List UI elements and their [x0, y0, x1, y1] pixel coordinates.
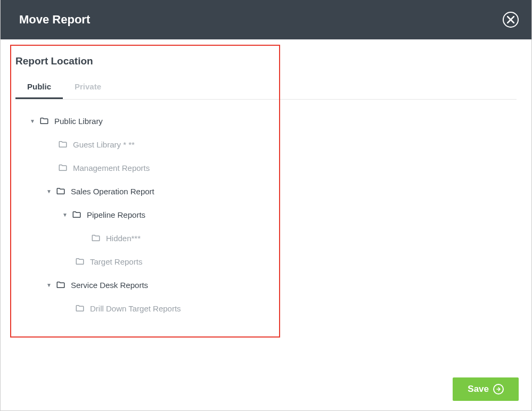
modal-footer: Save	[453, 377, 519, 401]
tree-node-label: Drill Down Target Reports	[90, 304, 181, 313]
folder-icon	[39, 116, 49, 126]
save-button-label: Save	[468, 384, 489, 394]
tree-node-service-desk-reports[interactable]: ▼ Service Desk Reports	[15, 273, 517, 297]
modal-body: Report Location Public Private ▼ Public …	[1, 39, 531, 410]
tree-node-target-reports[interactable]: Target Reports	[15, 250, 517, 273]
tab-private[interactable]: Private	[63, 77, 113, 99]
tree-node-label: Sales Operation Report	[71, 187, 154, 196]
close-icon	[507, 16, 514, 23]
folder-icon	[72, 210, 81, 219]
tree-node-hidden[interactable]: Hidden***	[15, 226, 517, 250]
tree-node-guest-library[interactable]: Guest Library * **	[15, 133, 517, 156]
folder-icon	[58, 163, 68, 172]
arrow-right-circle-icon	[493, 384, 504, 394]
modal-header: Move Report	[1, 0, 531, 39]
tree-node-management-reports[interactable]: Management Reports	[15, 156, 517, 179]
location-tabs: Public Private	[15, 77, 517, 100]
tree-node-drill-down-target-reports[interactable]: Drill Down Target Reports	[15, 297, 517, 320]
folder-icon	[75, 303, 85, 313]
tree-node-sales-operation-report[interactable]: ▼ Sales Operation Report	[15, 179, 517, 203]
save-button[interactable]: Save	[453, 377, 519, 401]
close-button[interactable]	[503, 12, 519, 28]
tree-node-public-library[interactable]: ▼ Public Library	[15, 109, 517, 133]
tree-node-label: Hidden***	[106, 234, 141, 243]
section-title: Report Location	[15, 55, 517, 67]
tree-node-pipeline-reports[interactable]: ▼ Pipeline Reports	[15, 203, 517, 226]
tree-node-label: Management Reports	[73, 163, 150, 172]
folder-icon	[58, 139, 68, 149]
folder-icon	[56, 186, 66, 196]
chevron-down-icon[interactable]: ▼	[61, 212, 69, 218]
folder-tree: ▼ Public Library Guest Library * ** Mana…	[15, 109, 517, 320]
chevron-down-icon[interactable]: ▼	[45, 282, 53, 288]
chevron-down-icon[interactable]: ▼	[45, 188, 53, 194]
tree-node-label: Guest Library * **	[73, 140, 135, 149]
tab-public[interactable]: Public	[15, 77, 63, 99]
move-report-modal: Move Report Report Location Public Priva…	[0, 0, 532, 411]
tree-node-label: Target Reports	[90, 257, 142, 266]
tree-node-label: Service Desk Reports	[71, 281, 148, 290]
tree-node-label: Public Library	[54, 117, 103, 126]
folder-icon	[75, 257, 85, 266]
chevron-down-icon[interactable]: ▼	[29, 118, 36, 124]
folder-icon	[91, 233, 101, 243]
folder-icon	[56, 280, 66, 290]
tree-node-label: Pipeline Reports	[87, 210, 145, 219]
modal-title: Move Report	[19, 13, 90, 27]
